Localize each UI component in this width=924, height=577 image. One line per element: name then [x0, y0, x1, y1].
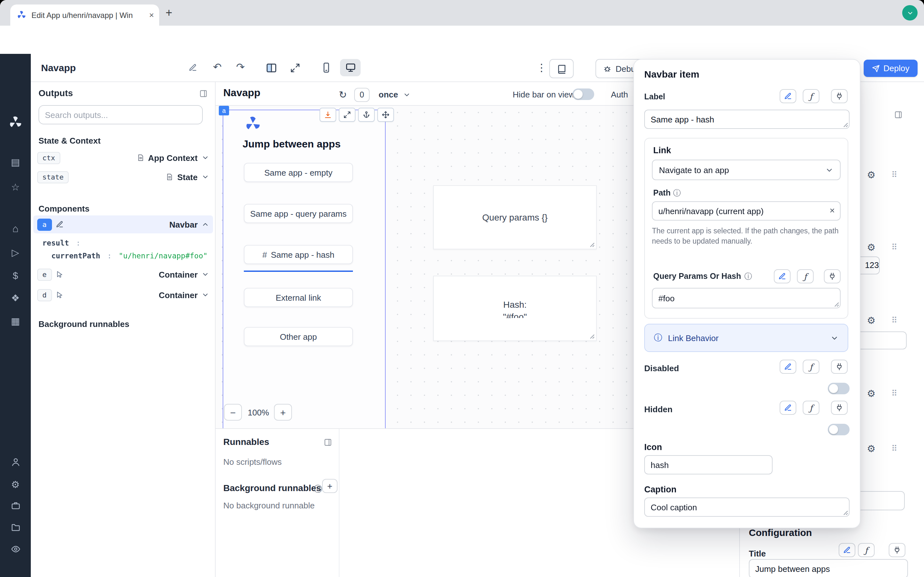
- docs-book-button[interactable]: [549, 59, 573, 78]
- chevron-down-icon[interactable]: [403, 91, 411, 99]
- resize-corner-icon[interactable]: [590, 242, 595, 247]
- item-drag-handle-icon[interactable]: ⠿: [891, 170, 897, 179]
- fx-expression-button[interactable]: ƒ: [803, 401, 819, 415]
- static-pencil-button[interactable]: [774, 269, 790, 284]
- move-component-icon[interactable]: [377, 108, 394, 122]
- run-mode-dropdown[interactable]: once: [379, 90, 398, 99]
- resize-corner-icon[interactable]: [843, 122, 848, 127]
- outputs-panel-icon[interactable]: [199, 89, 208, 98]
- schedules-calendar-icon[interactable]: ▦: [0, 316, 31, 327]
- link-type-select[interactable]: Navigate to an app: [652, 160, 841, 180]
- zoom-in-button[interactable]: +: [274, 404, 292, 421]
- browser-profile-chevron[interactable]: [902, 5, 918, 21]
- nav-link-empty[interactable]: Same app - empty: [244, 163, 353, 182]
- ctx-row[interactable]: ctx App Context: [33, 149, 213, 167]
- browser-tab[interactable]: Edit App u/henri/navapp | Win ×: [10, 5, 159, 26]
- variables-dollar-icon[interactable]: $: [0, 270, 31, 282]
- resources-cube-icon[interactable]: ❖: [0, 292, 31, 304]
- fullscreen-component-icon[interactable]: [339, 108, 355, 122]
- settings-panel-icon[interactable]: [894, 110, 903, 119]
- deploy-button[interactable]: Deploy: [864, 60, 918, 77]
- caption-input[interactable]: [644, 498, 850, 517]
- more-options-icon[interactable]: ⋮: [536, 61, 547, 74]
- nav-link-query-params[interactable]: Same app - query params: [244, 204, 353, 223]
- hide-bar-toggle[interactable]: [572, 89, 594, 100]
- add-background-runnable-button[interactable]: +: [322, 479, 338, 493]
- layout-outline-toggle-icon[interactable]: [266, 62, 277, 74]
- item-drag-handle-icon[interactable]: ⠿: [891, 316, 897, 325]
- audit-eye-icon[interactable]: [0, 544, 31, 554]
- nav-link-other-app[interactable]: Other app: [244, 327, 353, 346]
- clear-path-icon[interactable]: ×: [830, 205, 835, 215]
- desktop-view-icon[interactable]: [340, 59, 360, 76]
- fx-expression-button[interactable]: ƒ: [858, 543, 875, 557]
- chevron-down-icon[interactable]: [202, 291, 209, 299]
- fx-expression-button[interactable]: ƒ: [803, 359, 819, 374]
- fx-expression-button[interactable]: ƒ: [797, 269, 814, 284]
- resize-corner-icon[interactable]: [834, 302, 839, 307]
- item-gear-icon[interactable]: ⚙: [867, 169, 876, 181]
- search-outputs-input[interactable]: [39, 105, 203, 124]
- mobile-view-icon[interactable]: [321, 62, 332, 73]
- icon-input[interactable]: [644, 455, 772, 474]
- item-drag-handle-icon[interactable]: ⠿: [891, 444, 897, 453]
- chevron-down-icon[interactable]: [202, 154, 209, 161]
- redo-icon[interactable]: ↷: [236, 61, 245, 73]
- path-input[interactable]: [652, 201, 841, 221]
- container-d-row[interactable]: d Container: [33, 286, 213, 304]
- chevron-down-icon[interactable]: [202, 173, 209, 181]
- nav-link-hash-active[interactable]: # Same app - hash: [244, 245, 353, 264]
- tab-close-icon[interactable]: ×: [149, 10, 154, 20]
- query-params-input[interactable]: [652, 288, 841, 308]
- static-pencil-button[interactable]: [780, 89, 796, 103]
- edit-pencil-icon[interactable]: [55, 221, 63, 228]
- navbar-component-row[interactable]: a Navbar: [33, 215, 213, 234]
- apps-grid-icon[interactable]: ▤: [0, 156, 31, 168]
- rename-app-pencil-icon[interactable]: [189, 63, 197, 72]
- anchor-icon[interactable]: [358, 108, 375, 122]
- folders-icon[interactable]: [0, 522, 31, 532]
- undo-icon[interactable]: ↶: [213, 61, 222, 73]
- static-pencil-button[interactable]: [780, 401, 796, 415]
- hash-panel[interactable]: Hash: "#foo": [433, 276, 597, 341]
- resize-corner-icon[interactable]: [590, 334, 595, 339]
- chevron-down-icon[interactable]: [202, 271, 209, 278]
- connect-plug-button[interactable]: [831, 359, 848, 374]
- hidden-toggle[interactable]: [828, 424, 850, 435]
- config-title-input[interactable]: [749, 559, 908, 577]
- navbar-component-selected[interactable]: [223, 110, 386, 428]
- users-person-icon[interactable]: [0, 457, 31, 467]
- static-pencil-button[interactable]: [838, 543, 855, 557]
- link-behavior-collapsible[interactable]: ⓘ Link Behavior: [644, 324, 848, 352]
- workspace-briefcase-icon[interactable]: [0, 501, 31, 510]
- runs-play-icon[interactable]: ▷: [0, 247, 31, 258]
- container-e-row[interactable]: e Container: [33, 266, 213, 284]
- static-pencil-button[interactable]: [780, 359, 796, 374]
- connect-plug-button[interactable]: [824, 269, 841, 284]
- item-gear-icon[interactable]: ⚙: [867, 443, 876, 455]
- favorites-star-icon[interactable]: ☆: [0, 181, 31, 193]
- label-input[interactable]: [644, 110, 850, 129]
- refresh-icon[interactable]: ↻: [339, 89, 347, 101]
- item-drag-handle-icon[interactable]: ⠿: [891, 388, 897, 398]
- fx-expression-button[interactable]: ƒ: [803, 89, 819, 103]
- item-gear-icon[interactable]: ⚙: [867, 388, 876, 400]
- connect-plug-button[interactable]: [831, 89, 848, 103]
- resize-corner-icon[interactable]: [843, 510, 848, 516]
- item-gear-icon[interactable]: ⚙: [867, 315, 876, 326]
- settings-gear-icon[interactable]: ⚙: [0, 479, 31, 490]
- item-gear-icon[interactable]: ⚙: [867, 242, 876, 253]
- fullscreen-toggle-icon[interactable]: [290, 63, 300, 73]
- state-row[interactable]: state State: [33, 168, 213, 186]
- nav-link-external[interactable]: External link: [244, 288, 353, 307]
- new-tab-button[interactable]: +: [166, 6, 172, 20]
- disabled-toggle[interactable]: [828, 383, 850, 394]
- connect-plug-button[interactable]: [831, 401, 848, 415]
- chevron-up-icon[interactable]: [202, 221, 209, 228]
- home-icon[interactable]: ⌂: [0, 223, 31, 235]
- windmill-logo[interactable]: [8, 115, 23, 129]
- expand-to-content-icon[interactable]: [320, 108, 336, 122]
- item-drag-handle-icon[interactable]: ⠿: [891, 242, 897, 252]
- query-params-panel[interactable]: Query params {}: [433, 185, 597, 250]
- connect-plug-button[interactable]: [889, 543, 905, 557]
